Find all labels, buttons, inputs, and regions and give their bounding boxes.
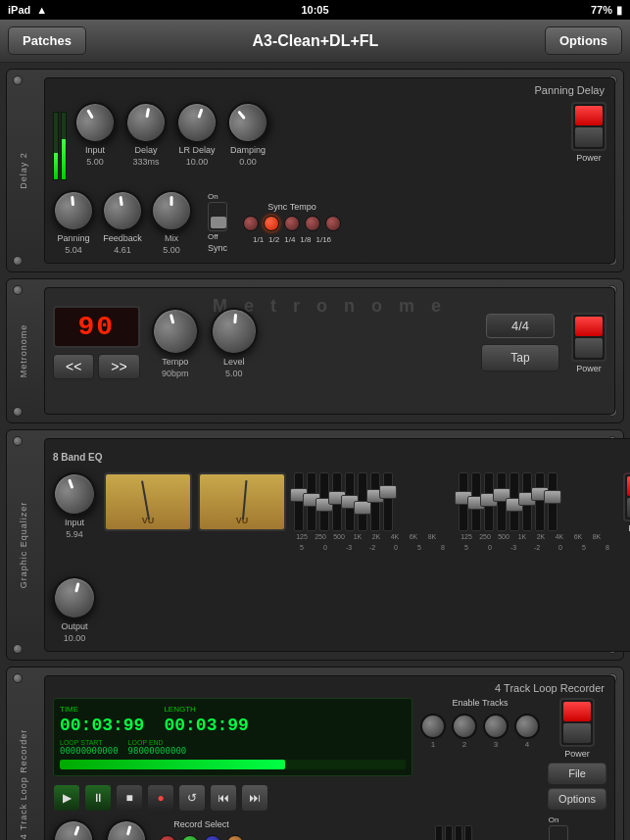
sync-dot-1-1[interactable] [243,216,259,231]
enable-tracks-knobs: 1 2 3 [420,714,540,749]
fader-thumb-r8[interactable] [544,490,561,504]
fast-forward-button[interactable]: ⏭ [241,784,268,812]
tempo-value: 90bpm [162,369,189,378]
loop-sync-switch[interactable]: On Off [549,815,568,840]
file-button[interactable]: File [548,763,606,784]
metro-side-label: Metronome [19,324,28,378]
metro-prev-btn[interactable]: << [53,354,94,379]
db-5l2: 5 [412,544,427,551]
fader-track-7 [370,472,380,531]
loop-power-on [563,702,591,721]
freq-2k: 2K [368,533,384,540]
pause-button[interactable]: ⏸ [84,784,112,812]
eq-vu-left: VU [104,472,192,531]
rec-level-knob[interactable] [47,814,100,840]
play-button[interactable]: ▶ [53,784,80,812]
damping-value: 0.00 [239,157,257,167]
eq-power-switch[interactable]: Power [623,472,630,533]
lrdelay-label: LR Delay [178,145,215,155]
damping-knob[interactable] [218,93,276,151]
main-content: Delay 2 Panning Delay [0,63,630,840]
level-knob-container: Level 5.00 [211,308,258,378]
eq-faders-right [459,472,615,531]
metro-next-btn[interactable]: >> [98,354,139,379]
ch-fader-1 [435,825,443,840]
rec-select-4[interactable] [226,835,244,840]
options-button[interactable]: Options [545,26,622,55]
sync-dot-1-2[interactable] [264,216,279,231]
loop-recorder-panel: 4 Track Loop Recorder 4 Track Loop Recor… [6,667,624,840]
rdb-n3: -3 [506,544,521,551]
eq-input-value: 5.94 [66,529,83,539]
rfreq-500: 500 [496,533,511,540]
stop-button[interactable]: ■ [116,784,143,812]
panning-knob[interactable] [51,188,96,233]
sync-nub [211,217,226,228]
feedback-knob[interactable] [99,187,145,233]
enable-track-1[interactable] [420,714,446,739]
sync-dot-1-8[interactable] [305,216,320,231]
delay2-power-switch[interactable]: Power [571,102,606,163]
rec-select-1[interactable] [159,835,176,840]
enable-track-3[interactable] [483,714,509,739]
loop-sync-body [549,825,568,840]
rdb-5: 5 [459,544,474,551]
fader-thumb-6[interactable] [354,501,371,515]
rfreq-1k: 1K [514,533,530,540]
delay-knob[interactable] [122,99,170,147]
enable-track-4[interactable] [514,714,540,739]
ch-fader-4 [464,825,472,840]
sync-dot-1-16[interactable] [325,216,341,231]
mix-knob[interactable] [151,190,192,231]
record-button[interactable]: ● [147,784,174,812]
db-5l: 5 [294,544,310,551]
delay-label: Delay [134,145,157,155]
eq-fader-r6 [522,472,532,531]
time-sig-select[interactable]: 4/4 [486,314,555,338]
input-knob[interactable] [67,94,122,150]
ch-fader-2 [445,825,453,840]
freq-6k: 6K [406,533,421,540]
wifi-icon: ▲ [36,4,47,16]
ipad-label: iPad [8,4,30,16]
loop-time-display: TIME 00:03:99 LENGTH 00:03:99 [53,698,412,776]
delay2-power-label: Power [576,153,602,163]
panning-value: 5.04 [65,245,82,255]
level-knob[interactable] [209,305,260,356]
mix-value: 5.00 [163,245,180,255]
enable-track-2[interactable] [452,714,477,739]
status-right: 77% ▮ [591,4,622,17]
vu-bar-2 [61,112,67,180]
rdb-0b: 0 [553,544,568,551]
level-label: Level [223,357,245,367]
loop-output-knob[interactable] [101,815,151,840]
sync-val-2: 1/2 [268,235,279,244]
fader-track-r6 [522,472,532,531]
eq-output-knob[interactable] [48,571,101,624]
loop-power-switch[interactable]: Power [548,698,606,759]
rewind-button[interactable]: ↺ [178,784,206,812]
level-controls: Rec Level 10.00 Output 10.00 Record Sele… [53,819,412,840]
rec-select-2[interactable] [181,835,199,840]
sync-onoff-switch[interactable]: On Off [208,192,227,241]
fader-thumb-8[interactable] [379,485,397,499]
rec-select-3[interactable] [204,835,221,840]
screw-tl [13,673,23,683]
metro-power-switch[interactable]: Power [571,313,606,373]
tap-button[interactable]: Tap [481,344,559,371]
eq-input-knob[interactable] [47,467,102,521]
loop-end-value: 98000000000 [128,746,187,756]
metro-power-label: Power [576,364,602,373]
eq-fader-r3 [484,472,494,531]
lrdelay-knob[interactable] [170,96,223,149]
patches-button[interactable]: Patches [8,26,86,55]
loop-options-button[interactable]: Options [548,788,606,810]
rewind-back-button[interactable]: ⏮ [210,784,237,812]
status-time: 10:05 [301,4,328,16]
sync-dot-1-4[interactable] [284,216,300,231]
screw-bl [13,256,23,266]
fader-track-r3 [484,472,494,531]
tempo-knob[interactable] [146,302,204,360]
eq-input-label: Input [65,518,84,527]
damping-knob-container: Damping 0.00 [227,102,268,167]
